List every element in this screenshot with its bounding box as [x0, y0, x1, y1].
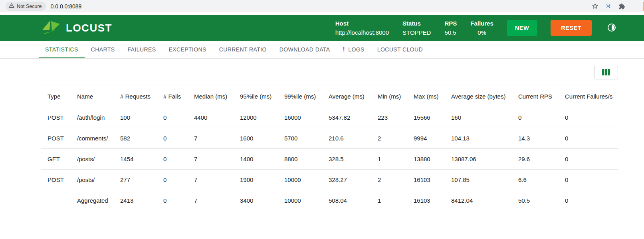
host-label: Host — [335, 19, 389, 28]
table-cell: 0 — [559, 190, 618, 211]
tab-current-ratio[interactable]: CURRENT RATIO — [213, 41, 273, 58]
table-cell: 0 — [559, 128, 618, 149]
not-secure-badge[interactable]: Not Secure — [6, 2, 46, 11]
table-cell: 13880 — [407, 149, 445, 170]
warning-triangle-icon — [9, 3, 14, 10]
table-cell: 1400 — [234, 149, 278, 170]
table-cell — [41, 190, 71, 211]
tab-logs[interactable]: ! LOGS — [337, 41, 371, 58]
column-header-average-size-bytes-[interactable]: Average size (bytes) — [445, 85, 512, 107]
tab-logs-label: LOGS — [348, 46, 365, 53]
table-row: POST/auth/login1000440012000160005347.82… — [41, 107, 618, 128]
table-cell: /posts/ — [71, 170, 114, 190]
column-header-99-ile-ms-[interactable]: 99%ile (ms) — [278, 85, 322, 107]
column-header--requests[interactable]: # Requests — [114, 85, 157, 107]
host-stat: Host http://localhost:8000 — [335, 19, 389, 38]
tab-exceptions[interactable]: EXCEPTIONS — [162, 41, 212, 58]
table-cell: 7 — [188, 170, 234, 190]
table-cell: 5700 — [278, 128, 322, 149]
tab-statistics[interactable]: STATISTICS — [39, 41, 85, 58]
app-header: LOCUST Host http://localhost:8000 Status… — [0, 15, 644, 41]
table-cell: 100 — [114, 107, 157, 128]
table-cell: 0 — [157, 107, 188, 128]
tab-download-data[interactable]: DOWNLOAD DATA — [273, 41, 337, 58]
columns-icon — [602, 69, 610, 77]
column-settings-button[interactable] — [594, 66, 618, 79]
cast-icon[interactable] — [605, 3, 612, 10]
column-header-median-ms-[interactable]: Median (ms) — [188, 85, 234, 107]
table-cell: 2 — [371, 128, 407, 149]
not-secure-label: Not Secure — [17, 4, 42, 9]
table-cell: 1900 — [234, 170, 278, 190]
column-header-name[interactable]: Name — [71, 85, 114, 107]
table-cell: 50.5 — [512, 190, 559, 211]
rps-label: RPS — [444, 19, 457, 28]
extensions-puzzle-icon[interactable] — [618, 3, 625, 10]
table-cell: 10000 — [278, 190, 322, 211]
reset-button[interactable]: RESET — [551, 20, 592, 36]
column-header-95-ile-ms-[interactable]: 95%ile (ms) — [234, 85, 278, 107]
table-cell: 16000 — [278, 107, 322, 128]
status-stat: Status STOPPED — [402, 19, 431, 38]
table-cell: 0 — [559, 149, 618, 170]
table-row: Aggregated241307340010000508.04116103841… — [41, 190, 618, 211]
table-cell: 16103 — [407, 190, 445, 211]
column-header--fails[interactable]: # Fails — [157, 85, 188, 107]
table-cell: 1454 — [114, 149, 157, 170]
table-toolbar — [0, 59, 644, 79]
table-cell: 508.04 — [322, 190, 371, 211]
table-cell: /comments/ — [71, 128, 114, 149]
column-header-min-ms-[interactable]: Min (ms) — [371, 85, 407, 107]
column-header-max-ms-[interactable]: Max (ms) — [407, 85, 445, 107]
table-cell: GET — [41, 149, 71, 170]
table-row: POST/posts/27707190010000328.27216103107… — [41, 170, 618, 190]
table-cell: POST — [41, 107, 71, 128]
table-cell: 0 — [157, 149, 188, 170]
table-cell: 328.5 — [322, 149, 371, 170]
status-value: STOPPED — [402, 28, 431, 37]
table-cell: 223 — [371, 107, 407, 128]
table-cell: 160 — [445, 107, 512, 128]
stats-table-body: POST/auth/login1000440012000160005347.82… — [41, 107, 618, 211]
tab-failures[interactable]: FAILURES — [121, 41, 162, 58]
statistics-table-container: TypeName# Requests# FailsMedian (ms)95%i… — [41, 85, 618, 211]
table-cell: POST — [41, 128, 71, 149]
tab-charts[interactable]: CHARTS — [85, 41, 121, 58]
table-cell: 6.6 — [512, 170, 559, 190]
bookmark-star-icon[interactable] — [592, 3, 598, 10]
page: Not Secure 0.0.0.0:8089 — [0, 0, 644, 239]
table-cell: 0 — [157, 128, 188, 149]
column-header-current-failures-s[interactable]: Current Failures/s — [559, 85, 618, 107]
rps-value: 50.5 — [444, 28, 457, 37]
rps-stat: RPS 50.5 — [444, 19, 457, 38]
table-cell: 0 — [512, 107, 559, 128]
brand: LOCUST — [41, 20, 112, 36]
url-text[interactable]: 0.0.0.0:8089 — [51, 3, 82, 10]
table-cell: 2 — [371, 170, 407, 190]
table-cell: 16103 — [407, 170, 445, 190]
table-cell: 12000 — [234, 107, 278, 128]
table-cell: 210.6 — [322, 128, 371, 149]
table-cell: 0 — [157, 170, 188, 190]
column-header-average-ms-[interactable]: Average (ms) — [322, 85, 371, 107]
status-label: Status — [402, 19, 431, 28]
table-cell: 0 — [559, 107, 618, 128]
table-cell: 1 — [371, 149, 407, 170]
header-right: Host http://localhost:8000 Status STOPPE… — [335, 19, 618, 38]
new-button[interactable]: NEW — [507, 20, 537, 36]
theme-toggle-button[interactable] — [605, 21, 618, 35]
failures-value: 0% — [470, 28, 493, 37]
table-cell: 328.27 — [322, 170, 371, 190]
failures-label: Failures — [470, 19, 493, 28]
table-row: POST/comments/5820716005700210.629994104… — [41, 128, 618, 149]
table-cell: 9994 — [407, 128, 445, 149]
column-header-type[interactable]: Type — [41, 85, 71, 107]
table-cell: 8800 — [278, 149, 322, 170]
column-header-current-rps[interactable]: Current RPS — [512, 85, 559, 107]
table-cell: 2413 — [114, 190, 157, 211]
table-cell: 15566 — [407, 107, 445, 128]
dark-mode-icon — [607, 23, 616, 34]
tab-locust-cloud[interactable]: LOCUST CLOUD — [371, 41, 429, 58]
failures-stat: Failures 0% — [470, 19, 493, 38]
table-cell: 0 — [559, 170, 618, 190]
